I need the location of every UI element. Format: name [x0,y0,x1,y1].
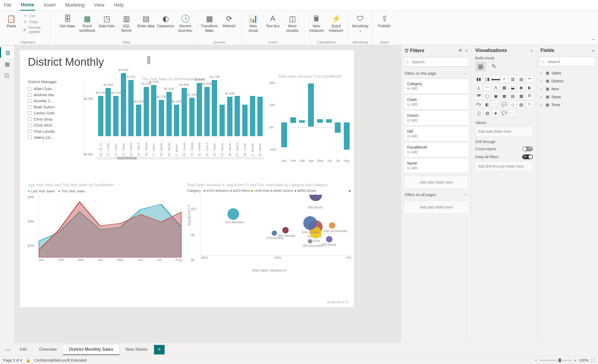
values-well[interactable]: Add data fields here [475,126,533,136]
menu-help[interactable]: Help [113,0,125,10]
more-icon[interactable]: ⋯ [464,193,468,197]
checkbox[interactable] [28,93,32,97]
checkbox[interactable] [28,105,32,109]
copy-button[interactable]: ⎘Copy [21,19,53,24]
viz-type-tile[interactable]: ▦ [501,92,508,99]
viz-type-tile[interactable]: ◐ [526,84,533,91]
menu-home[interactable]: Home [20,0,35,11]
slicer-item[interactable]: Annelie Z… [28,98,77,104]
bar[interactable] [235,96,240,136]
viz-type-tile[interactable]: Py [475,101,482,108]
viz-type-tile[interactable]: ⫽ [501,76,508,82]
bar[interactable] [219,105,225,136]
format-painter-button[interactable]: 🖌Format painter [21,25,53,34]
collapse-ribbon-button[interactable]: ⌃ [591,38,595,43]
zoom-slider[interactable] [540,360,571,361]
filter-search-input[interactable] [404,57,469,66]
format-visual-tab[interactable]: ✎ [489,62,499,71]
paste-button[interactable]: 📋 Paste [3,12,20,29]
field-table[interactable]: ▦District [537,77,598,85]
viz-type-tile[interactable]: 🗺 [475,92,482,99]
field-table[interactable]: ▦Time [537,101,598,109]
keep-filters-toggle[interactable]: On [522,154,533,159]
checkbox[interactable] [28,87,32,91]
viz-type-tile[interactable]: ▤ [509,92,516,99]
viz-type-tile[interactable]: ▮▮ [475,76,482,82]
variance-bar[interactable] [344,122,350,150]
slicer-item[interactable]: Chris McG… [28,122,77,128]
horizontal-scrollbar[interactable] [97,157,264,159]
variance-bar[interactable] [326,119,332,123]
publish-button[interactable]: ⇪Publish [375,12,394,29]
text-box-button[interactable]: AText box [263,12,282,29]
data-hub-button[interactable]: ◳Data hub [98,12,116,29]
bar-chart-this-year-sales[interactable]: This Year Sales by StoreNumberName $0.5M… [83,77,264,175]
bubble[interactable] [326,236,332,242]
slicer-item[interactable]: Carlos Grilo [28,110,77,116]
bar[interactable] [166,92,172,136]
canvas-area[interactable]: District Monthly District Manager Allan … [15,45,401,343]
slicer-item[interactable]: Tina Lassila [28,128,77,134]
viz-type-tile[interactable]: 〜 [526,76,533,82]
slicer-item[interactable]: Allan Guin… [28,86,77,92]
viz-type-tile[interactable]: ▥ [509,76,516,82]
viz-type-tile[interactable]: ▣ [492,92,499,99]
bubble[interactable] [282,227,289,233]
new-visual-button[interactable]: 📊New visual [244,12,262,34]
bar[interactable] [98,96,103,136]
collapse-pane-button[interactable]: » [592,48,594,53]
sheet-tab[interactable]: Info [14,344,33,355]
bubble[interactable] [227,208,239,220]
variance-bar[interactable] [317,119,323,123]
checkbox[interactable] [28,111,32,115]
sensitivity-button[interactable]: 🛡Sensitivity [351,12,370,34]
area-chart-sales[interactable]: Last Year Sales and This Year Sales by F… [28,183,182,268]
collapse-pane-button[interactable]: » [530,48,533,53]
refresh-button[interactable]: ⟳Refresh [220,12,238,29]
fit-page-button[interactable]: ⛶ [591,358,595,362]
variance-bar[interactable] [281,122,287,147]
filter-card[interactable]: Categoryis (All) [404,79,469,94]
bar[interactable] [204,87,210,136]
viz-type-tile[interactable]: ⬚ [492,101,499,108]
bubble[interactable] [308,239,312,243]
play-axis-button[interactable]: ▸ [349,188,351,193]
variance-bar[interactable] [299,120,305,123]
bar[interactable] [121,73,126,136]
scatter-chart-category[interactable]: Total Sales Variance %, Avg $/Unit TY an… [187,183,351,268]
add-page-button[interactable]: + [154,345,165,354]
viz-type-tile[interactable]: ◫ [475,109,482,116]
recent-sources-button[interactable]: 🕓Recent sources [176,12,195,34]
build-visual-tab[interactable]: ▦ [475,62,486,71]
viz-type-tile[interactable]: ▤ [518,101,525,108]
drill-through-well[interactable]: Add drill-through fields here [475,161,533,171]
cross-report-toggle[interactable]: Off [522,147,533,151]
more-visuals-button[interactable]: ◫More visuals [283,12,302,34]
zoom-out-button[interactable]: − [535,358,537,362]
bar[interactable] [197,83,202,136]
sheet-tab[interactable]: District Monthly Sales [63,344,119,355]
viz-type-tile[interactable]: ▦ [501,84,508,91]
variance-bar[interactable] [290,117,296,123]
filter-card[interactable]: Nameis (All) [404,158,469,173]
slicer-item[interactable]: Brad Sutton [28,104,77,110]
bar[interactable] [113,96,118,136]
visibility-icon[interactable]: 👁 [458,48,463,53]
report-view-button[interactable]: ▥ [0,47,14,58]
viz-type-tile[interactable]: 〰 [484,84,491,91]
sheet-tab[interactable]: New Stores [120,344,154,355]
bar[interactable] [257,97,263,136]
slicer-item[interactable]: Valery Us… [28,134,77,140]
filter-card[interactable]: Districtis (All) [404,110,469,125]
new-measure-button[interactable]: 🖩New measure [307,12,326,34]
data-view-button[interactable]: ▦ [0,59,14,69]
viz-type-tile[interactable]: ◈ [492,109,499,116]
bar[interactable] [174,105,179,136]
quick-measure-button[interactable]: ⚡Quick measure [327,12,345,34]
variance-bar[interactable] [335,122,341,133]
viz-type-tile[interactable]: ▧ [484,109,491,116]
viz-type-tile[interactable]: ◬ [475,84,482,91]
viz-type-tile[interactable]: ▦ [518,92,525,99]
menu-insert[interactable]: Insert [43,0,57,10]
field-table[interactable]: ▦Item [537,85,598,93]
